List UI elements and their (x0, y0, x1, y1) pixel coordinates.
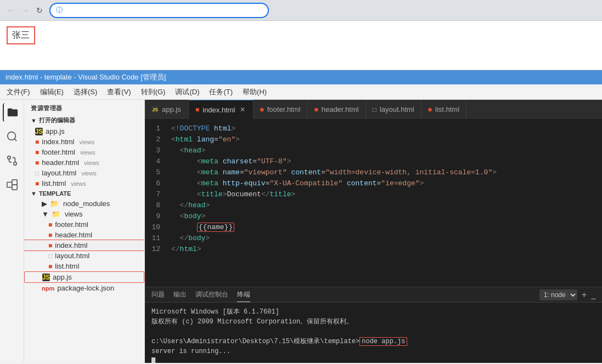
html-icon: ■ (35, 159, 39, 167)
terminal-content[interactable]: Microsoft Windows [版本 6.1.7601] 版权所有 (c)… (145, 303, 602, 363)
code-line-12: 12 </html> (145, 244, 602, 255)
vscode-title-text: index.html - template - Visual Studio Co… (5, 72, 166, 82)
sidebar-item-app-js[interactable]: JS app.js (24, 271, 144, 283)
menu-task[interactable]: 任务(T) (205, 86, 237, 99)
activity-explorer[interactable] (3, 103, 21, 122)
url-input[interactable]: 127.0.0.1:3000 (66, 6, 262, 14)
html-tab-icon: ■ (195, 106, 199, 113)
sidebar-item-label: header.html (55, 231, 92, 239)
terminal-tabs: 问题 输出 调试控制台 终端 1: node + ⎯ (145, 287, 602, 303)
vscode-window: index.html - template - Visual Studio Co… (0, 70, 602, 363)
terminal-tab-output[interactable]: 输出 (173, 288, 187, 302)
tab-footer-html[interactable]: ■ footer.html (254, 100, 308, 119)
tab-layout-html[interactable]: □ layout.html (366, 100, 421, 119)
sidebar-item-badge: views (80, 149, 95, 156)
terminal-section: 问题 输出 调试控制台 终端 1: node + ⎯ Microsoft Win… (145, 287, 602, 363)
forward-button[interactable]: → (19, 4, 32, 17)
svg-point-3 (7, 156, 10, 160)
editor-area: JS app.js ■ index.html ✕ ■ footer.html ■… (145, 100, 602, 363)
activity-git[interactable] (3, 151, 21, 170)
html-icon: ■ (35, 138, 39, 146)
tab-index-html[interactable]: ■ index.html ✕ (189, 100, 254, 119)
tab-label: footer.html (267, 105, 301, 113)
menu-view[interactable]: 查看(V) (103, 86, 135, 99)
sidebar-item-layout-html-open[interactable]: □ layout.html views (24, 168, 144, 178)
line-number: 7 (145, 189, 167, 200)
sidebar-item-list-html[interactable]: ■ list.html (24, 261, 144, 271)
code-editor[interactable]: 1 <!DOCTYPE html> 2 <html lang="en"> 3 <… (145, 119, 602, 287)
browser-chrome: ← → ↻ ⓘ 127.0.0.1:3000 (0, 0, 602, 21)
tab-list-html[interactable]: ■ list.html (421, 100, 466, 119)
line-content: <head> (167, 145, 602, 156)
terminal-line-4: c:\Users\Administrator\Desktop\7.15\模板继承… (151, 337, 595, 346)
sidebar-item-header-html-open[interactable]: ■ header.html views (24, 157, 144, 168)
menu-select[interactable]: 选择(S) (69, 86, 102, 99)
menu-help[interactable]: 帮助(H) (238, 86, 271, 99)
svg-rect-5 (12, 180, 17, 185)
line-content: <!DOCTYPE html> (167, 123, 602, 134)
line-content: {{name}} (167, 222, 602, 233)
menu-file[interactable]: 文件(F) (2, 86, 35, 99)
sidebar-item-label: list.html (42, 179, 66, 187)
code-line-3: 3 <head> (145, 145, 602, 156)
template-section[interactable]: ▼ TEMPLATE (24, 189, 144, 198)
reload-button[interactable]: ↻ (33, 4, 46, 17)
split-terminal-button[interactable]: ⎯ (591, 291, 595, 299)
terminal-line-5: server is running... (151, 346, 595, 356)
layout-icon: □ (48, 252, 52, 260)
code-line-4: 4 <meta charset="UTF-8"> (145, 156, 602, 167)
sidebar-item-badge: views (81, 170, 97, 177)
close-tab-button[interactable]: ✕ (239, 105, 246, 114)
vscode-titlebar: index.html - template - Visual Studio Co… (0, 70, 602, 84)
html-tab-icon: ■ (428, 106, 432, 113)
sidebar-item-node-modules[interactable]: ▶ 📁 node_modules (24, 198, 144, 209)
sidebar-item-header-html[interactable]: ■ header.html (24, 230, 144, 240)
line-content: <meta name="viewport" content="width=dev… (167, 167, 602, 178)
tab-header-html[interactable]: ■ header.html (307, 100, 365, 119)
address-bar[interactable]: ⓘ 127.0.0.1:3000 (49, 3, 269, 18)
sidebar-item-badge: views (80, 139, 95, 145)
tab-label: app.js (162, 105, 181, 113)
sidebar-item-layout-html[interactable]: □ layout.html (24, 251, 144, 261)
terminal-instance-select[interactable]: 1: node (539, 289, 577, 300)
sidebar-item-footer-html-open[interactable]: ■ footer.html views (24, 147, 144, 157)
sidebar-item-label: layout.html (55, 252, 89, 260)
sidebar-item-index-html[interactable]: ■ index.html (24, 240, 144, 251)
sidebar-item-index-html-open[interactable]: ■ index.html views (24, 136, 144, 147)
tab-app-js[interactable]: JS app.js (145, 100, 189, 119)
sidebar-item-package-lock[interactable]: npm package-lock.json (24, 283, 144, 293)
terminal-tab-debug[interactable]: 调试控制台 (195, 288, 228, 302)
sidebar-item-app-js-open[interactable]: JS app.js (24, 126, 144, 136)
tab-label: list.html (435, 105, 459, 113)
svg-point-0 (7, 132, 15, 140)
add-terminal-button[interactable]: + (582, 290, 587, 300)
layout-icon: □ (35, 169, 39, 177)
terminal-line-2: 版权所有 (c) 2009 Microsoft Corporation。保留所有… (151, 317, 595, 327)
line-number: 4 (145, 156, 167, 167)
sidebar-item-views-folder[interactable]: ▼ 📁 views (24, 209, 144, 219)
terminal-tab-terminal[interactable]: 终端 (237, 288, 250, 302)
nav-buttons: ← → ↻ (4, 4, 46, 17)
menu-edit[interactable]: 编辑(E) (36, 86, 68, 99)
browser-viewport: 张三 (0, 21, 602, 70)
menu-debug[interactable]: 调试(D) (171, 86, 204, 99)
activity-extensions[interactable] (3, 175, 21, 194)
layout-tab-icon: □ (373, 106, 376, 113)
code-line-1: 1 <!DOCTYPE html> (145, 123, 602, 134)
code-line-5: 5 <meta name="viewport" content="width=d… (145, 167, 602, 178)
terminal-line-1: Microsoft Windows [版本 6.1.7601] (151, 307, 595, 317)
sidebar-item-list-html-open[interactable]: ■ list.html views (24, 178, 144, 189)
open-editors-section[interactable]: ▼ 打开的编辑器 (24, 115, 144, 126)
sidebar-item-label: layout.html (42, 169, 76, 177)
js-icon: JS (35, 128, 43, 135)
line-number: 12 (145, 244, 167, 255)
sidebar-item-label: footer.html (42, 148, 75, 156)
html-tab-icon: ■ (314, 106, 318, 113)
terminal-line-6: █ (151, 356, 595, 363)
terminal-tab-problems[interactable]: 问题 (151, 288, 165, 302)
code-line-2: 2 <html lang="en"> (145, 134, 602, 145)
activity-search[interactable] (3, 127, 21, 146)
back-button[interactable]: ← (4, 4, 18, 17)
menu-goto[interactable]: 转到(G) (137, 86, 170, 99)
sidebar-item-footer-html[interactable]: ■ footer.html (24, 219, 144, 230)
